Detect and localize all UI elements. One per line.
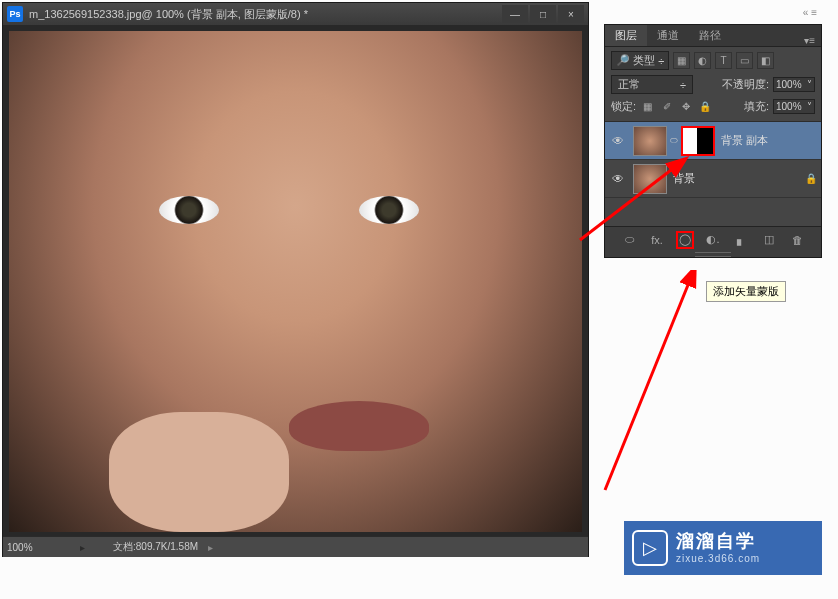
chevron-down-icon: ÷ [680, 79, 686, 91]
filter-row: 🔎 类型 ÷ ▦ ◐ T ▭ ◧ [611, 51, 815, 70]
layer-name[interactable]: 背景 [673, 171, 801, 186]
visibility-toggle-icon[interactable]: 👁 [605, 172, 631, 186]
new-layer-icon[interactable]: ◫ [760, 231, 778, 249]
watermark-title: 溜溜自学 [676, 531, 760, 553]
layer-thumbnail[interactable] [633, 164, 667, 194]
fill-value: 100% [776, 101, 802, 112]
document-window: Ps m_1362569152338.jpg@ 100% (背景 副本, 图层蒙… [2, 2, 589, 557]
lock-row: 锁定: ▦ ✐ ✥ 🔒 填充: 100%˅ [611, 99, 815, 114]
filter-smart-icon[interactable]: ◧ [757, 52, 774, 69]
watermark-url: zixue.3d66.com [676, 553, 760, 565]
panel-menu-icon[interactable]: ▾≡ [798, 35, 821, 46]
lock-transparency-icon[interactable]: ▦ [640, 99, 655, 114]
layer-row[interactable]: 👁 ⬭ 背景 副本 [605, 122, 821, 160]
adjustment-layer-icon[interactable]: ◐. [704, 231, 722, 249]
lock-all-icon[interactable]: 🔒 [697, 99, 712, 114]
filter-adjust-icon[interactable]: ◐ [694, 52, 711, 69]
statusbar: 100% ▸ 文档:809.7K/1.58M ▸ [3, 536, 588, 557]
chevron-down-icon: ˅ [807, 101, 812, 112]
layer-row[interactable]: 👁 背景 🔒 [605, 160, 821, 198]
close-button[interactable]: × [558, 5, 584, 23]
opacity-input[interactable]: 100%˅ [773, 77, 815, 92]
layer-mask-thumbnail[interactable] [681, 126, 715, 156]
blend-mode-value: 正常 [618, 77, 640, 92]
play-icon: ▷ [632, 530, 668, 566]
chevron-down-icon: ˅ [807, 79, 812, 90]
fx-icon[interactable]: fx. [648, 231, 666, 249]
minimize-button[interactable]: — [502, 5, 528, 23]
tab-channels[interactable]: 通道 [647, 25, 689, 46]
watermark: ▷ 溜溜自学 zixue.3d66.com [624, 521, 822, 575]
panel-bottom: ⬭ fx. ◯ ◐. ▖ ◫ 🗑 [605, 226, 821, 252]
annotation-arrow-2 [590, 270, 710, 500]
lock-brush-icon[interactable]: ✐ [659, 99, 674, 114]
image-content [159, 196, 219, 224]
resize-handle[interactable] [605, 252, 821, 257]
doc-info[interactable]: 文档:809.7K/1.58M [113, 540, 198, 554]
mask-link-icon[interactable]: ⬭ [669, 135, 679, 146]
titlebar: Ps m_1362569152338.jpg@ 100% (背景 副本, 图层蒙… [3, 3, 588, 25]
chevron-down-icon: ÷ [658, 55, 664, 67]
link-layers-icon[interactable]: ⬭ [620, 231, 638, 249]
filter-pixel-icon[interactable]: ▦ [673, 52, 690, 69]
canvas-area[interactable] [3, 25, 588, 536]
new-group-icon[interactable]: ▖ [732, 231, 750, 249]
blend-mode-select[interactable]: 正常÷ [611, 75, 693, 94]
ps-logo-icon: Ps [7, 6, 23, 22]
svg-line-1 [605, 280, 690, 490]
filter-type-select[interactable]: 🔎 类型 ÷ [611, 51, 669, 70]
layer-options: 🔎 类型 ÷ ▦ ◐ T ▭ ◧ 正常÷ 不透明度: 100%˅ 锁定: ▦ ✐… [605, 47, 821, 121]
doc-size: 809.7K/1.58M [136, 541, 198, 552]
blend-row: 正常÷ 不透明度: 100%˅ [611, 75, 815, 94]
image-content [359, 196, 419, 224]
layers-empty [605, 198, 821, 226]
filter-shape-icon[interactable]: ▭ [736, 52, 753, 69]
add-mask-icon[interactable]: ◯ [676, 231, 694, 249]
divider: ▸ [77, 542, 87, 553]
image-content [109, 412, 289, 532]
opacity-value: 100% [776, 79, 802, 90]
fill-label: 填充: [744, 99, 769, 114]
lock-label: 锁定: [611, 99, 636, 114]
layers-panel: « ≡ 图层 通道 路径 ▾≡ 🔎 类型 ÷ ▦ ◐ T ▭ ◧ 正常÷ 不透明… [604, 24, 822, 258]
tab-paths[interactable]: 路径 [689, 25, 731, 46]
document-title: m_1362569152338.jpg@ 100% (背景 副本, 图层蒙版/8… [29, 7, 500, 22]
visibility-toggle-icon[interactable]: 👁 [605, 134, 631, 148]
lock-move-icon[interactable]: ✥ [678, 99, 693, 114]
filter-text-icon[interactable]: T [715, 52, 732, 69]
doc-label: 文档: [113, 541, 136, 552]
panel-tabs: 图层 通道 路径 ▾≡ [605, 25, 821, 47]
document-image [9, 31, 582, 532]
layer-name[interactable]: 背景 副本 [721, 133, 821, 148]
zoom-value[interactable]: 100% [7, 542, 77, 553]
maximize-button[interactable]: □ [530, 5, 556, 23]
search-icon: 🔎 [616, 54, 630, 67]
lock-indicator-icon: 🔒 [801, 173, 821, 184]
image-content [289, 401, 429, 451]
fill-input[interactable]: 100%˅ [773, 99, 815, 114]
opacity-label: 不透明度: [722, 77, 769, 92]
tab-layers[interactable]: 图层 [605, 25, 647, 46]
tooltip: 添加矢量蒙版 [706, 281, 786, 302]
panel-collapse-icon[interactable]: « ≡ [803, 7, 817, 18]
layer-thumbnail[interactable] [633, 126, 667, 156]
type-label: 类型 [633, 53, 655, 68]
trash-icon[interactable]: 🗑 [788, 231, 806, 249]
chevron-right-icon[interactable]: ▸ [208, 542, 213, 553]
layers-list: 👁 ⬭ 背景 副本 👁 背景 🔒 [605, 121, 821, 198]
